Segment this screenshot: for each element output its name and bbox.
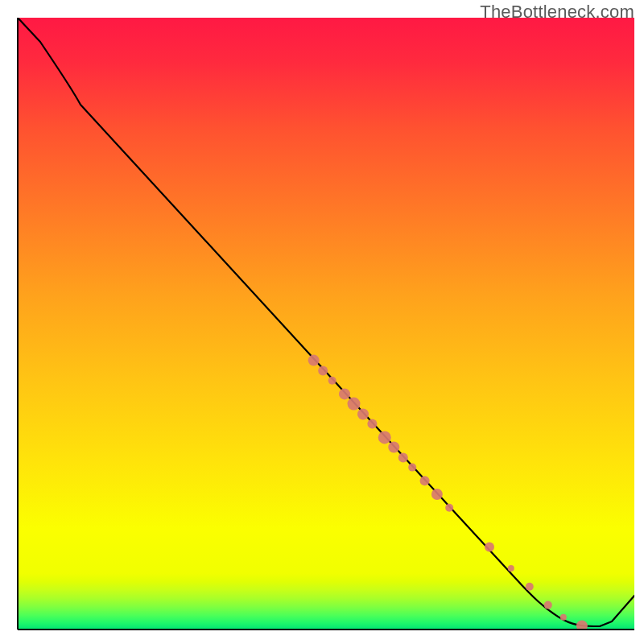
data-point — [378, 431, 391, 444]
data-point — [408, 464, 416, 472]
data-point — [445, 504, 453, 512]
frame-bottom — [0, 630, 644, 644]
data-point — [420, 476, 430, 485]
data-point — [348, 398, 361, 411]
data-point — [308, 355, 320, 366]
data-point — [544, 601, 552, 609]
data-point — [431, 489, 443, 500]
data-point — [526, 583, 534, 591]
frame-right — [634, 0, 644, 644]
data-point — [560, 614, 567, 621]
data-point — [508, 565, 514, 572]
frame-left — [0, 0, 18, 644]
gradient-upper — [18, 18, 634, 573]
data-point — [367, 419, 377, 429]
data-point — [357, 409, 369, 420]
data-point — [318, 366, 328, 376]
data-point — [328, 377, 336, 385]
plot-area — [18, 18, 634, 630]
chart-container: TheBottleneck.com — [0, 0, 644, 644]
data-point — [398, 452, 408, 462]
gradient-lower — [18, 573, 634, 630]
data-point — [339, 388, 350, 399]
data-point — [485, 542, 494, 551]
data-point — [388, 442, 399, 453]
bottleneck-chart — [0, 0, 644, 644]
watermark-text: TheBottleneck.com — [480, 2, 634, 23]
